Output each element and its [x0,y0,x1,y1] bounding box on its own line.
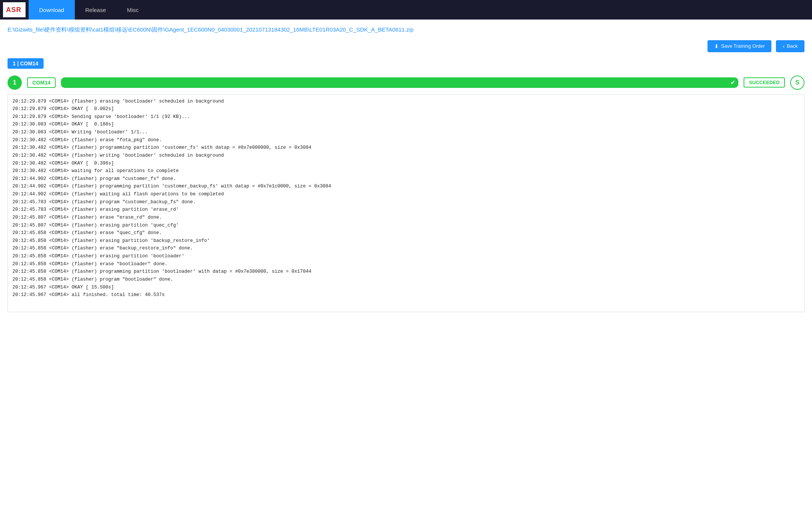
log-line: 20:12:45.858 <COM14> (flasher) erase "qu… [12,229,800,237]
log-line: 20:12:44.902 <COM14> (flasher) programmi… [12,183,800,190]
back-label: Back [787,43,798,49]
log-line: 20:12:45.858 <COM14> (flasher) erasing p… [12,237,800,245]
back-icon: ‹ [783,43,785,49]
log-line: 20:12:45.858 <COM14> (flasher) erase "bo… [12,260,800,268]
port-badge: 1 | COM14 [8,58,44,69]
log-area[interactable]: 20:12:29.879 <COM14> (flasher) erasing '… [8,94,804,312]
log-line: 20:12:30.482 <COM14> waiting for all ope… [12,167,800,175]
log-line: 20:12:29.879 <COM14> Sending sparse 'boo… [12,113,800,121]
progress-row: 1 COM14 ✔ SUCCEEDED S [8,76,804,90]
log-line: 20:12:45.858 <COM14> (flasher) programmi… [12,268,800,276]
log-line: 20:12:30.482 <COM14> OKAY [ 0.396s] [12,160,800,168]
nav-tabs: Download Release Misc [29,0,149,20]
log-line: 20:12:30.482 <COM14> (flasher) erase "fo… [12,136,800,144]
log-line: 20:12:44.902 <COM14> (flasher) program "… [12,175,800,183]
com-badge: COM14 [27,77,56,88]
progress-check-icon: ✔ [730,79,735,86]
logo-text: ASR [6,6,21,14]
progress-number-circle: 1 [8,76,22,90]
back-button[interactable]: ‹ Back [776,40,804,52]
log-line: 20:12:45.807 <COM14> (flasher) erasing p… [12,222,800,230]
log-line: 20:12:45.858 <COM14> (flasher) program "… [12,276,800,284]
log-line: 20:12:29.879 <COM14> OKAY [ 0.002s] [12,105,800,113]
log-line: 20:12:29.879 <COM14> (flasher) erasing '… [12,98,800,106]
log-line: 20:12:30.083 <COM14> OKAY [ 0.188s] [12,121,800,128]
tab-misc[interactable]: Misc [117,0,149,20]
succeeded-badge: SUCCEEDED [744,77,785,88]
save-label: Save Training Order [721,43,765,49]
log-line: 20:12:45.967 <COM14> OKAY [ 15.500s] [12,284,800,292]
log-line: 20:12:30.083 <COM14> Writing 'bootloader… [12,128,800,136]
progress-bar-fill: ✔ [61,77,738,88]
log-line: 20:12:44.902 <COM14> (flasher) waiting a… [12,190,800,198]
progress-s-circle: S [790,76,804,90]
log-line: 20:12:45.783 <COM14> (flasher) program "… [12,198,800,206]
log-line: 20:12:30.482 <COM14> (flasher) programmi… [12,144,800,152]
navbar: ASR Download Release Misc [0,0,812,20]
log-line: 20:12:45.858 <COM14> (flasher) erasing p… [12,252,800,260]
filepath: E:\Gizwits_file\硬件资料\模组资料\cat1模组\移远\EC60… [8,26,804,34]
toolbar-row: ⬇ Save Training Order ‹ Back [8,40,804,52]
log-line: 20:12:45.967 <COM14> all finished. total… [12,291,800,299]
log-line: 20:12:45.858 <COM14> (flasher) erase "ba… [12,245,800,252]
log-line: 20:12:30.482 <COM14> (flasher) writing '… [12,152,800,160]
save-training-order-button[interactable]: ⬇ Save Training Order [707,40,771,52]
log-line: 20:12:45.783 <COM14> (flasher) erasing p… [12,206,800,214]
save-icon: ⬇ [714,43,719,49]
logo: ASR [3,2,26,17]
tab-release[interactable]: Release [75,0,117,20]
progress-bar-container: ✔ [61,77,738,88]
tab-download[interactable]: Download [29,0,75,20]
log-line: 20:12:45.807 <COM14> (flasher) erase "er… [12,214,800,222]
main-content: E:\Gizwits_file\硬件资料\模组资料\cat1模组\移远\EC60… [0,20,812,320]
